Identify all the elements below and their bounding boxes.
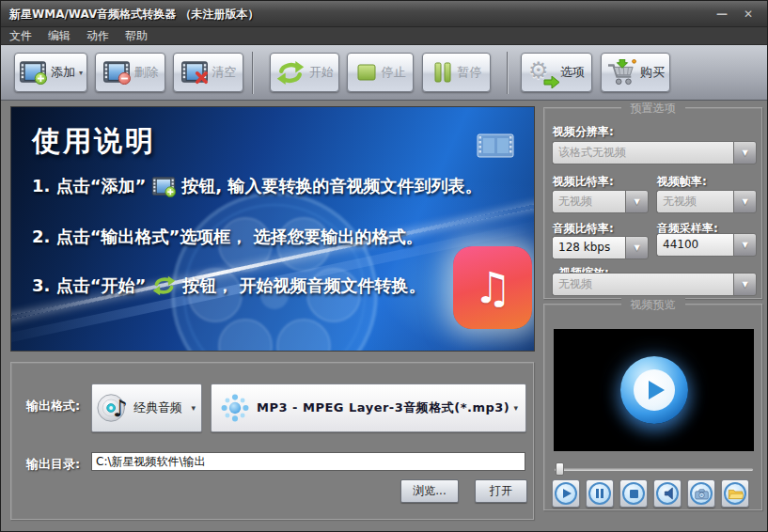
stop-icon [622, 482, 645, 505]
video-preview-group: 视频预览 [543, 304, 762, 510]
cd-audio-icon: ♪ [96, 390, 132, 426]
delete-button[interactable]: 删除 [95, 53, 165, 92]
buy-label: 购买 [640, 64, 665, 81]
seek-thumb[interactable] [556, 462, 564, 476]
gear-icon: ⚙ [528, 59, 556, 86]
start-button[interactable]: 开始 [270, 53, 339, 92]
buy-button[interactable]: 购买 [601, 53, 670, 92]
output-dir-input[interactable] [91, 452, 525, 471]
instruction-step-1: 1. 点击“添加” 按钮, 输入要转换的音视频文件到列表。 [32, 175, 481, 197]
music-app-icon: ♫ [453, 246, 532, 329]
menu-edit[interactable]: 编辑 [48, 28, 71, 44]
instructions-title: 使用说明 [32, 122, 156, 161]
output-settings-group: 输出格式: ♪ 经典音频 ▾ [10, 362, 534, 520]
output-format-label: 输出格式: [26, 398, 80, 415]
instruction-step-2: 2. 点击“输出格式”选项框， 选择您要输出的格式。 [32, 226, 423, 248]
film-add-icon [19, 60, 47, 85]
chevron-down-icon: ▾ [513, 403, 520, 413]
stop-button[interactable]: 停止 [347, 53, 414, 92]
filmstrip-decoration [477, 133, 514, 158]
film-delete-icon [102, 60, 131, 85]
preview-snapshot-button[interactable] [687, 479, 715, 508]
instructions-panel: 使用说明 1. 点击“添加” 按钮, 输入要转换的音视频文件到列表。 2. 点击… [10, 106, 535, 352]
preset-group-title: 预置选项 [621, 101, 685, 117]
seek-track[interactable] [555, 468, 753, 471]
browse-button[interactable]: 浏览... [400, 479, 459, 503]
chevron-down-icon[interactable]: ▼ [733, 273, 757, 296]
pause-bars-icon [431, 61, 454, 84]
open-button[interactable]: 打开 [475, 479, 527, 503]
preview-play-button[interactable] [552, 479, 580, 508]
pause-button[interactable]: 暂停 [422, 53, 491, 92]
preview-volume-button[interactable] [653, 479, 682, 508]
output-format-value: MP3 - MPEG Layer-3音频格式(*.mp3) [257, 399, 509, 416]
video-scale-value: 无视频 [552, 273, 733, 296]
green-arrow-icon [543, 76, 560, 88]
preview-pause-button[interactable] [586, 479, 614, 508]
speaker-icon [656, 482, 679, 505]
folder-icon [724, 482, 746, 505]
play-icon [634, 369, 675, 411]
video-bitrate-select[interactable]: 无视频 ▼ [552, 190, 649, 213]
pause-label: 暂停 [458, 64, 482, 81]
toolbar: 添加 ▾ 删除 [1, 45, 767, 101]
chevron-down-icon[interactable]: ▼ [625, 190, 649, 213]
video-display-area [554, 329, 754, 451]
video-scale-select[interactable]: 无视频 ▼ [552, 273, 757, 296]
preset-options-group: 预置选项 视频分辨率: 该格式无视频 ▼ 视频比特率: 视频帧率: 无视频 ▼ … [543, 107, 762, 299]
options-button[interactable]: ⚙ 选项 [521, 53, 592, 92]
chevron-down-icon[interactable]: ▼ [733, 233, 757, 257]
svg-text:♪: ♪ [113, 395, 128, 422]
menu-action[interactable]: 动作 [86, 28, 109, 44]
resolution-value: 该格式无视频 [552, 141, 733, 164]
seek-slider[interactable] [555, 462, 753, 476]
output-dir-label: 输出目录: [26, 456, 80, 473]
delete-label: 删除 [134, 64, 159, 81]
music-note-icon: ♫ [473, 266, 511, 309]
convert-arrows-icon [275, 60, 306, 86]
chevron-down-icon[interactable]: ▼ [733, 141, 757, 164]
audio-bitrate-label: 音频比特率: [553, 221, 614, 237]
start-label: 开始 [309, 64, 334, 81]
format-category-select[interactable]: ♪ 经典音频 ▾ [91, 383, 202, 432]
minimize-button[interactable]: — [711, 7, 733, 22]
film-add-icon [151, 176, 176, 197]
menu-help[interactable]: 帮助 [125, 28, 148, 44]
close-button[interactable]: ✕ [737, 7, 760, 22]
sample-rate-select[interactable]: 44100 ▼ [656, 233, 757, 257]
pause-icon [588, 482, 611, 505]
instruction-step-3: 3. 点击“开始” 按钮， 开始视频音频文件转换。 [32, 274, 426, 297]
audio-bitrate-select[interactable]: 128 kbps ▼ [552, 236, 649, 259]
toolbar-separator [507, 52, 508, 94]
add-dropdown-caret: ▾ [79, 69, 83, 77]
chevron-down-icon: ▾ [191, 403, 197, 413]
framerate-select[interactable]: 无视频 ▼ [656, 190, 757, 213]
chevron-down-icon[interactable]: ▼ [733, 190, 757, 213]
chevron-down-icon[interactable]: ▼ [625, 236, 649, 259]
sample-rate-value: 44100 [656, 233, 733, 257]
framerate-value: 无视频 [656, 190, 733, 213]
clear-button[interactable]: 清空 [173, 53, 243, 92]
resolution-select[interactable]: 该格式无视频 ▼ [552, 141, 757, 164]
play-overlay-button[interactable] [620, 356, 688, 424]
menubar: 文件 编辑 动作 帮助 [1, 27, 767, 45]
framerate-label: 视频帧率: [657, 174, 707, 190]
stop-label: 停止 [382, 64, 406, 81]
format-category-value: 经典音频 [133, 399, 182, 416]
camera-icon [690, 482, 713, 505]
shopping-cart-icon [606, 59, 636, 86]
menu-file[interactable]: 文件 [9, 28, 32, 44]
titlebar: 新星WMA/WAV音频格式转换器 （未注册版本） — ✕ [1, 1, 767, 27]
audio-bitrate-value: 128 kbps [552, 236, 625, 259]
output-format-select[interactable]: MP3 - MPEG Layer-3音频格式(*.mp3) ▾ [211, 383, 526, 432]
film-clear-icon [180, 60, 209, 85]
app-window: 新星WMA/WAV音频格式转换器 （未注册版本） — ✕ 文件 编辑 动作 帮助 [0, 0, 768, 532]
add-label: 添加 [51, 64, 75, 81]
options-label: 选项 [560, 64, 585, 81]
resolution-label: 视频分辨率: [553, 124, 614, 140]
preview-stop-button[interactable] [619, 479, 648, 508]
video-bitrate-value: 无视频 [552, 190, 625, 213]
toolbar-separator [252, 52, 253, 94]
preview-open-folder-button[interactable] [721, 479, 749, 508]
add-button[interactable]: 添加 ▾ [14, 53, 87, 92]
